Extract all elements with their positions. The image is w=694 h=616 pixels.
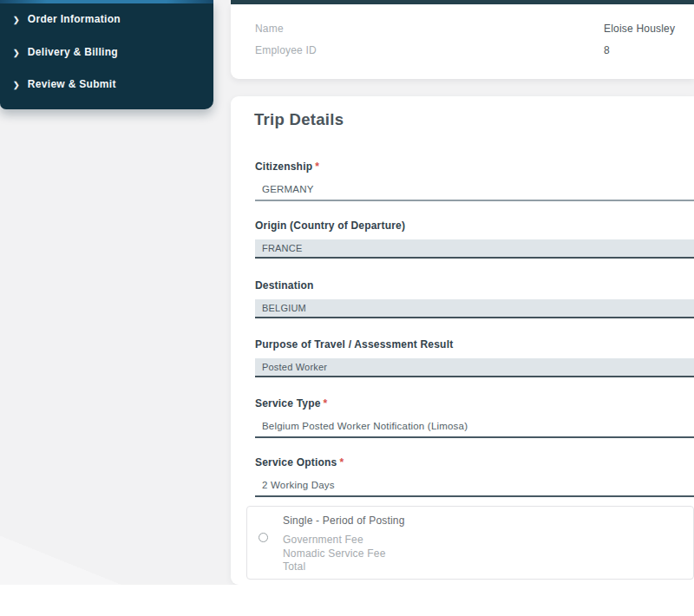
sidebar-item-delivery-billing[interactable]: ❯ Delivery & Billing [13, 46, 118, 58]
service-options-field: Service Options* 2 Working Days [255, 456, 694, 497]
destination-input-disabled: BELGIUM [255, 299, 694, 318]
service-options-label: Service Options* [255, 456, 694, 469]
citizenship-input[interactable]: GERMANY [255, 184, 694, 201]
sidebar-item-label: Order Information [28, 13, 121, 25]
chevron-right-icon: ❯ [13, 81, 20, 89]
sidebar-top-accent [0, 0, 213, 3]
sidebar-item-review-submit[interactable]: ❯ Review & Submit [13, 78, 116, 90]
option-title: Single - Period of Posting [283, 514, 405, 527]
option-government-fee: Government Fee [283, 534, 405, 547]
employee-summary-card: Name Eloise Housley Employee ID 8 [231, 4, 694, 79]
trip-details-card: Trip Details Citizenship* GERMANY Origin… [231, 96, 694, 585]
name-value: Eloise Housley [604, 23, 675, 35]
service-options-select[interactable]: 2 Working Days [255, 480, 694, 497]
service-type-label: Service Type* [255, 397, 694, 410]
required-asterisk: * [315, 161, 319, 173]
required-asterisk: * [339, 456, 344, 469]
service-type-field: Service Type* Belgium Posted Worker Noti… [255, 397, 694, 438]
purpose-field: Purpose of Travel / Assessment Result Po… [255, 338, 694, 377]
service-type-select[interactable]: Belgium Posted Worker Notification (Limo… [255, 421, 694, 438]
destination-label: Destination [255, 279, 694, 292]
employee-id-value: 8 [604, 44, 610, 56]
chevron-right-icon: ❯ [13, 16, 20, 24]
sidebar-item-label: Delivery & Billing [28, 46, 118, 58]
sidebar-item-order-information[interactable]: ❯ Order Information [13, 13, 121, 25]
destination-field: Destination BELGIUM [255, 279, 694, 318]
section-title: Trip Details [254, 110, 344, 129]
option-nomadic-service-fee: Nomadic Service Fee [283, 547, 405, 561]
page: ❯ Order Information ❯ Delivery & Billing… [0, 0, 694, 616]
service-option-box[interactable]: Single - Period of Posting Government Fe… [246, 506, 694, 580]
wizard-sidebar: ❯ Order Information ❯ Delivery & Billing… [0, 0, 213, 109]
employee-id-label: Employee ID [255, 44, 317, 56]
chevron-right-icon: ❯ [13, 49, 20, 57]
origin-label: Origin (Country of Departure) [255, 220, 694, 233]
origin-input-disabled: FRANCE [255, 239, 694, 259]
bottom-whitespace [0, 585, 694, 616]
purpose-label: Purpose of Travel / Assessment Result [255, 338, 694, 351]
name-label: Name [255, 23, 284, 35]
citizenship-label: Citizenship* [255, 161, 694, 174]
employee-name-row: Name Eloise Housley [255, 23, 694, 36]
employee-id-row: Employee ID 8 [255, 44, 694, 57]
sidebar-item-label: Review & Submit [28, 78, 116, 90]
required-asterisk: * [324, 397, 328, 410]
citizenship-field: Citizenship* GERMANY [255, 161, 694, 201]
radio-unselected-icon[interactable] [259, 533, 268, 542]
purpose-input-disabled: Posted Worker [255, 358, 694, 377]
option-total: Total [283, 560, 405, 574]
service-option-details: Single - Period of Posting Government Fe… [283, 514, 405, 574]
origin-field: Origin (Country of Departure) FRANCE [255, 220, 694, 259]
